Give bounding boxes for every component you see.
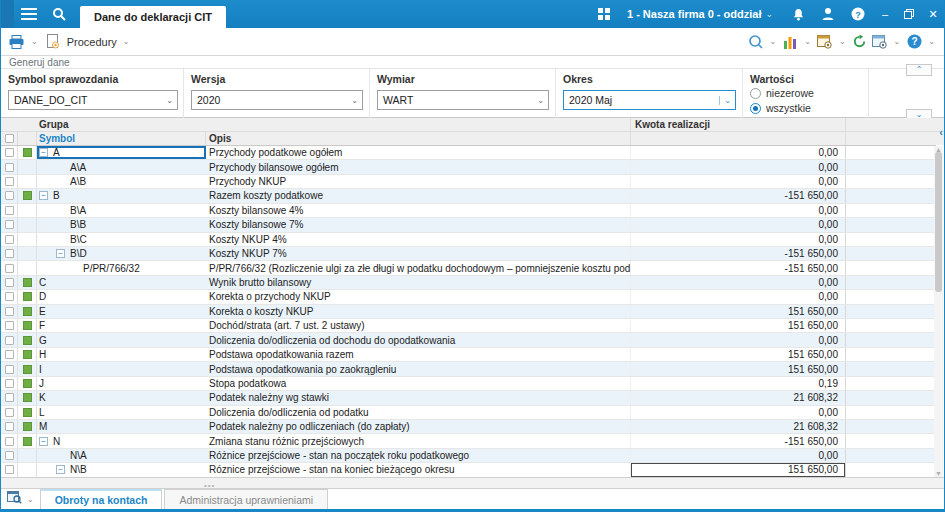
table-row[interactable]: P/PR/766/32P/PR/766/32 (Rozliczenie ulgi… [1, 261, 936, 275]
printer-icon[interactable] [7, 33, 25, 51]
table-row[interactable]: −APrzychody podatkowe ogółem0,00 [1, 146, 936, 160]
refresh-icon[interactable] [851, 33, 869, 51]
radio-icon[interactable] [750, 103, 761, 114]
printer-chevron-icon[interactable]: ⌄ [28, 37, 41, 46]
help-circle-icon[interactable]: ? [905, 33, 923, 51]
report-symbol-select[interactable]: DANE_DO_CIT ⌄ [8, 90, 178, 110]
filter-search-icon[interactable] [746, 33, 764, 51]
table-row[interactable]: KPodatek należny wg stawki21 608,32 [1, 391, 936, 405]
table-row[interactable]: HPodstawa opodatkowania razem151 650,00 [1, 348, 936, 362]
generate-section-header[interactable]: Generuj dane [1, 56, 944, 69]
window-settings-icon[interactable] [816, 33, 834, 51]
vertical-scrollbar[interactable]: ▲ ▼ [934, 146, 943, 477]
row-select-checkbox[interactable] [5, 278, 14, 287]
row-select-checkbox[interactable] [5, 249, 14, 258]
chart-chevron-icon[interactable]: ⌄ [801, 37, 814, 46]
row-select-checkbox[interactable] [5, 191, 14, 200]
version-select[interactable]: 2020 ⌄ [191, 90, 363, 110]
row-select-checkbox[interactable] [5, 336, 14, 345]
table-row[interactable]: N\ARóżnice przejściowe - stan na począte… [1, 449, 936, 463]
row-select-checkbox[interactable] [5, 177, 14, 186]
active-document-tab[interactable]: Dane do deklaracji CIT [80, 6, 226, 28]
table-row[interactable]: −BRazem koszty podatkowe-151 650,00 [1, 189, 936, 203]
row-select-checkbox[interactable] [5, 422, 14, 431]
company-chevron-icon[interactable]: ⌄ [765, 9, 773, 19]
table-row[interactable]: −N\BRóznice przejściowe - stan na koniec… [1, 463, 936, 477]
table-row[interactable]: A\BPrzychody NKUP0,00 [1, 175, 936, 189]
table-row[interactable]: EKorekta o koszty NKUP151 650,00 [1, 305, 936, 319]
table-row[interactable]: −NZmiana stanu różnic przejściowych-151 … [1, 434, 936, 448]
values-radio-wszystkie[interactable]: wszystkie [750, 102, 862, 114]
row-select-checkbox[interactable] [5, 321, 14, 330]
search-icon[interactable] [44, 0, 74, 28]
table-row[interactable]: −B\DKoszty NKUP 7%-151 650,00 [1, 247, 936, 261]
vertical-scrollbar-thumb[interactable] [935, 152, 942, 292]
minimize-icon[interactable]: – [873, 0, 897, 28]
tree-expander-icon[interactable]: − [39, 437, 48, 446]
row-select-checkbox[interactable] [5, 148, 14, 157]
dimension-select[interactable]: WART ⌄ [377, 90, 549, 110]
help-chevron-icon[interactable]: ⌄ [925, 37, 938, 46]
table-row[interactable]: FDochód/strata (art. 7 ust. 2 ustawy)151… [1, 319, 936, 333]
procedures-button[interactable]: Procedury [67, 36, 117, 48]
table-row[interactable]: LDoliczenia do/odliczenia od podatku0,00 [1, 406, 936, 420]
window-settings-chevron-icon[interactable]: ⌄ [836, 37, 849, 46]
chart-icon[interactable] [781, 33, 799, 51]
table-row[interactable]: B\AKoszty bilansowe 4%0,00 [1, 204, 936, 218]
row-select-checkbox[interactable] [5, 163, 14, 172]
symbol-column-header[interactable]: Symbol [39, 133, 75, 144]
collapse-panel-icon[interactable]: ‹ [939, 126, 943, 138]
footer-tab-active[interactable]: Obroty na kontach [40, 489, 163, 509]
group-band-header[interactable]: Grupa [39, 119, 68, 130]
period-select[interactable]: 2020 Maj ⌄ [563, 90, 736, 110]
table-row[interactable]: DKorekta o przychody NKUP0,00 [1, 290, 936, 304]
row-select-checkbox[interactable] [5, 465, 14, 474]
close-icon[interactable]: ✕ [921, 0, 945, 28]
tree-expander-icon[interactable]: − [39, 148, 48, 157]
procedures-chevron-icon[interactable]: ⌄ [120, 37, 133, 46]
user-icon[interactable] [813, 0, 843, 28]
row-select-checkbox[interactable] [5, 379, 14, 388]
row-select-checkbox[interactable] [5, 365, 14, 374]
hamburger-menu-icon[interactable] [14, 0, 44, 28]
table-row[interactable]: IPodstawa opodatkowania po zaokrągleniu1… [1, 362, 936, 376]
procedures-icon[interactable] [44, 33, 62, 51]
select-all-checkbox[interactable] [5, 134, 14, 143]
window-config-icon[interactable] [871, 33, 889, 51]
row-select-checkbox[interactable] [5, 264, 14, 273]
row-select-checkbox[interactable] [5, 307, 14, 316]
row-select-checkbox[interactable] [5, 437, 14, 446]
radio-icon[interactable] [750, 88, 761, 99]
table-row[interactable]: B\CKoszty NKUP 4%0,00 [1, 233, 936, 247]
tree-expander-icon[interactable]: − [39, 191, 48, 200]
tree-expander-icon[interactable]: − [56, 249, 65, 258]
table-row[interactable]: MPodatek należny po odliczeniach (do zap… [1, 420, 936, 434]
filter-search-chevron-icon[interactable]: ⌄ [766, 37, 779, 46]
row-amount[interactable]: 151 650,00 [788, 464, 838, 475]
description-column-header[interactable]: Opis [209, 133, 231, 144]
row-select-checkbox[interactable] [5, 292, 14, 301]
table-row[interactable]: A\APrzychody bilansowe ogółem0,00 [1, 160, 936, 174]
table-row[interactable]: CWynik brutto bilansowy0,00 [1, 276, 936, 290]
footer-tab-inactive[interactable]: Administracja uprawnieniami [164, 489, 328, 509]
tree-expander-icon[interactable]: − [56, 465, 65, 474]
horizontal-scrollbar[interactable]: ••• [1, 477, 944, 489]
row-select-checkbox[interactable] [5, 393, 14, 402]
row-select-checkbox[interactable] [5, 220, 14, 229]
row-select-checkbox[interactable] [5, 235, 14, 244]
table-row[interactable]: B\BKoszty bilansowe 7%0,00 [1, 218, 936, 232]
row-select-checkbox[interactable] [5, 451, 14, 460]
row-select-checkbox[interactable] [5, 350, 14, 359]
restore-icon[interactable] [897, 0, 921, 28]
table-row[interactable]: JStopa podatkowa0,19 [1, 377, 936, 391]
help-icon[interactable]: ? [843, 0, 873, 28]
row-select-checkbox[interactable] [5, 408, 14, 417]
table-row[interactable]: GDoliczenia do/odliczenia od dochodu do … [1, 333, 936, 347]
preview-icon[interactable] [7, 490, 22, 508]
row-select-checkbox[interactable] [5, 206, 14, 215]
preview-chevron-icon[interactable]: ⌄ [24, 495, 37, 504]
notifications-bell-icon[interactable] [783, 0, 813, 28]
values-radio-niezerowe[interactable]: niezerowe [750, 87, 862, 99]
filter-scroll-up-button[interactable]: ⌃ [906, 64, 932, 76]
apps-grid-icon[interactable] [589, 0, 619, 28]
